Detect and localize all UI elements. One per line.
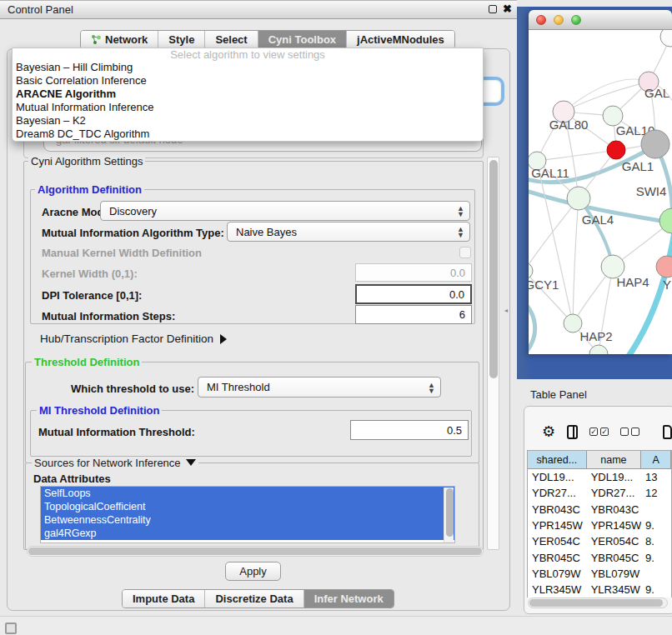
algorithm-menu-item[interactable]: Bayesian – Hill Climbing	[13, 61, 483, 74]
table-row[interactable]: YDR27...YDR27...12	[528, 485, 671, 501]
select-all-columns-icon[interactable]: ✓ ✓	[589, 428, 609, 436]
dpi-tolerance-field[interactable]: 0.0	[355, 284, 472, 304]
close-traffic-light-icon[interactable]	[536, 15, 546, 25]
tab-discretize-data[interactable]: Discretize Data	[205, 590, 303, 608]
table-cell: YDR27...	[587, 485, 641, 501]
network-node[interactable]	[641, 130, 669, 158]
status-strip	[0, 616, 672, 635]
tab-infer-network[interactable]: Infer Network	[304, 590, 394, 608]
scrollbar-thumb[interactable]	[28, 548, 482, 555]
table-column-header[interactable]: name	[587, 451, 641, 468]
algorithm-menu-item[interactable]: ARACNE Algorithm	[13, 88, 483, 101]
export-table-icon[interactable]	[663, 425, 672, 439]
network-view-window: GALGAL80GAL10GAL1GAL11SWI4GAL4GCY1HAP4YH…	[529, 10, 672, 354]
columns-icon[interactable]	[567, 425, 578, 439]
table-cell: 9.	[641, 518, 671, 533]
table-row[interactable]: YBR045CYBR045C9.	[528, 549, 671, 565]
settings-group-title: Cyni Algorithm Settings	[28, 155, 145, 168]
data-attributes-list[interactable]: SelfLoopsTopologicalCoefficientBetweenne…	[40, 486, 455, 543]
table-row[interactable]: YPR145WYPR145W9.	[528, 518, 671, 533]
scrollbar-thumb[interactable]	[529, 599, 663, 607]
network-graph-canvas[interactable]: GALGAL80GAL10GAL1GAL11SWI4GAL4GCY1HAP4YH…	[529, 30, 672, 354]
table-row[interactable]: YBR043CYBR043C	[528, 502, 671, 518]
gear-icon[interactable]: ⚙	[542, 422, 555, 441]
attribute-list-item[interactable]: TopologicalCoefficient	[41, 500, 454, 513]
control-panel-titlebar: Control Panel ✖	[0, 0, 517, 19]
tab-style[interactable]: Style	[158, 31, 205, 48]
hub-definition-toggle[interactable]: Hub/Transcription Factor Definition	[40, 332, 227, 345]
algorithm-menu-item[interactable]: Mutual Information Inference	[13, 101, 483, 114]
network-node-gal4[interactable]	[567, 187, 590, 210]
table-column-header[interactable]: shared...	[528, 451, 587, 468]
float-window-icon[interactable]	[489, 5, 497, 13]
table-cell: YBR043C	[528, 502, 587, 518]
mi-steps-label: Mutual Information Steps:	[42, 310, 175, 322]
tab-network[interactable]: Network	[81, 31, 158, 48]
attribute-list-item[interactable]: gal4RGexp	[41, 527, 454, 540]
network-node-y[interactable]	[656, 256, 672, 278]
mi-type-value: Naive Bayes	[236, 226, 297, 238]
unchecked-box-icon	[631, 428, 639, 436]
algorithm-menu-item[interactable]: Basic Correlation Inference	[13, 74, 483, 88]
tab-cyni-toolbox[interactable]: Cyni Toolbox	[258, 31, 347, 48]
attributes-scrollbar[interactable]	[444, 488, 454, 542]
scrollbar-thumb[interactable]	[489, 160, 498, 378]
settings-horizontal-scrollbar[interactable]	[27, 546, 484, 557]
mi-steps-field[interactable]: 6	[355, 305, 472, 324]
combobox-arrows-icon: ▲▼	[428, 382, 435, 393]
checked-box-icon: ✓	[600, 428, 609, 436]
sources-group-title[interactable]: Sources for Network Inference	[32, 457, 198, 469]
which-threshold-combobox[interactable]: MI Threshold ▲▼	[198, 377, 441, 398]
network-node-gal1[interactable]	[607, 141, 625, 159]
table-cell: YLR345W	[587, 582, 641, 598]
network-window-titlebar[interactable]	[529, 10, 672, 30]
algorithm-menu-item[interactable]: Bayesian – K2	[13, 114, 483, 128]
scrollbar-thumb[interactable]	[446, 488, 454, 537]
network-node-gcy1[interactable]	[529, 262, 533, 279]
network-node-label: GCY1	[529, 278, 559, 292]
table-cell: 13	[641, 469, 671, 485]
algorithm-menu-item[interactable]: Dream8 DC_TDC Algorithm	[13, 128, 483, 141]
table-column-header[interactable]: A	[641, 451, 671, 468]
tab-select[interactable]: Select	[205, 31, 258, 48]
network-edge[interactable]	[529, 297, 535, 354]
aracne-mode-combobox[interactable]: Discovery ▲▼	[100, 201, 470, 221]
table-cell: YDL19...	[528, 469, 587, 485]
network-edge[interactable]	[564, 82, 649, 112]
attribute-list-item[interactable]: SelfLoops	[41, 487, 454, 500]
apply-button[interactable]: Apply	[225, 562, 281, 581]
close-icon[interactable]: ✖	[503, 3, 512, 15]
algorithm-definition-title: Algorithm Definition	[35, 183, 144, 196]
minimized-window-icon[interactable]	[5, 622, 17, 634]
minimize-traffic-light-icon[interactable]	[554, 15, 564, 25]
network-edge[interactable]	[573, 198, 579, 323]
mi-threshold-group-title: MI Threshold Definition	[37, 404, 162, 417]
network-node-label: SWI4	[636, 184, 667, 198]
mi-threshold-label: Mutual Information Threshold:	[38, 426, 195, 438]
panel-splitter-grip[interactable]: ◂	[504, 307, 510, 314]
mi-type-combobox[interactable]: Naive Bayes ▲▼	[227, 222, 470, 242]
mi-threshold-field[interactable]: 0.5	[350, 420, 469, 440]
zoom-traffic-light-icon[interactable]	[571, 15, 581, 25]
network-edge[interactable]	[537, 161, 573, 323]
tab-jactivemnodules[interactable]: jActiveMNodules	[347, 31, 454, 48]
table-horizontal-scrollbar[interactable]	[528, 598, 668, 608]
table-row[interactable]: YER054CYER054C8.	[528, 533, 671, 549]
attribute-list-item[interactable]: BetweennessCentrality	[41, 513, 454, 527]
settings-vertical-scrollbar[interactable]	[487, 157, 499, 550]
hub-definition-label: Hub/Transcription Factor Definition	[40, 332, 213, 345]
node-table[interactable]: shared...nameA YDL19...YDL19...13YDR27..…	[527, 450, 672, 598]
table-row[interactable]: YBL079WYBL079W	[528, 566, 671, 582]
cyni-mode-tab-bar: Impute DataDiscretize DataInfer Network	[122, 589, 394, 608]
deselect-all-columns-icon[interactable]	[620, 428, 639, 436]
network-node[interactable]	[660, 30, 672, 47]
kernel-width-value: 0.0	[450, 267, 465, 279]
manual-kernel-checkbox[interactable]	[459, 247, 471, 258]
table-row[interactable]: YDL19...YDL19...13	[528, 469, 671, 485]
table-row[interactable]: YLR345WYLR345W9.	[528, 582, 671, 598]
network-edge[interactable]	[537, 150, 616, 161]
tab-label: Discretize Data	[215, 592, 293, 605]
tab-impute-data[interactable]: Impute Data	[123, 590, 205, 608]
kernel-width-field[interactable]: 0.0	[355, 263, 472, 282]
network-node-label: Y	[663, 278, 671, 292]
